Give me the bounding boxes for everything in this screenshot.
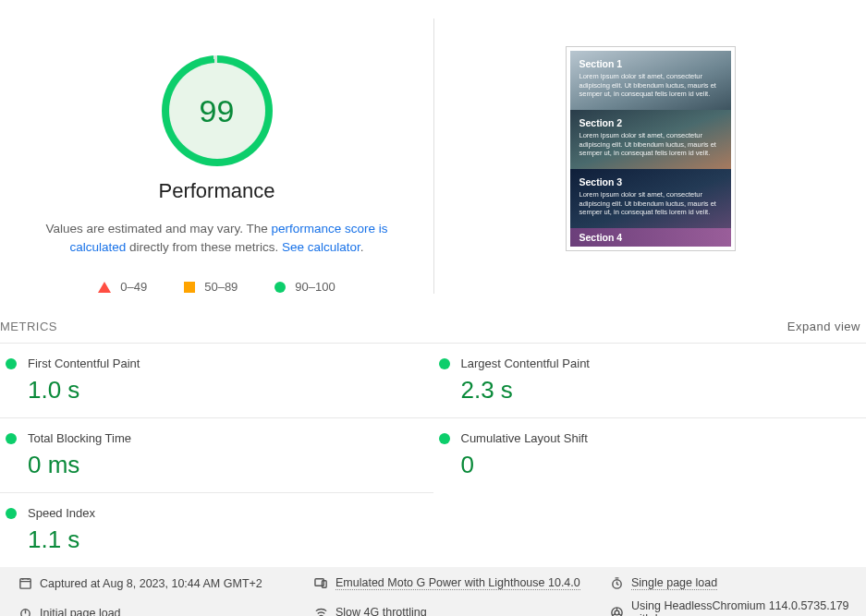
performance-gauge: 99 [162,55,273,166]
legend-pass: 90–100 [274,280,335,294]
metric-tbt[interactable]: Total Blocking Time 0 ms [0,417,433,492]
chrome-icon [610,606,624,616]
metric-label: Total Blocking Time [28,431,131,445]
performance-description: Values are estimated and may vary. The p… [0,220,433,256]
pass-icon [439,433,450,444]
metric-label: Cumulative Layout Shift [461,431,588,445]
metric-lcp[interactable]: Largest Contentful Paint 2.3 s [433,343,867,417]
pass-icon [6,433,17,444]
footer-captured: Captured at Aug 8, 2023, 10:44 AM GMT+2 [18,576,305,590]
pass-icon [439,358,450,369]
see-calculator-link[interactable]: See calculator [282,240,360,254]
metric-label: First Contentful Paint [28,356,140,370]
pass-icon [6,358,17,369]
footer-emulated[interactable]: Emulated Moto G Power with Lighthouse 10… [314,576,601,590]
calendar-icon [18,576,32,590]
footer-single-page[interactable]: Single page load [610,576,851,590]
legend-average: 50–89 [184,280,238,294]
square-icon [184,282,195,293]
metric-value: 1.1 s [6,525,433,554]
footer-browser[interactable]: Using HeadlessChromium 114.0.5735.179 wi… [610,599,851,616]
metric-value: 1.0 s [6,376,433,405]
metric-label: Speed Index [28,506,95,520]
metric-value: 2.3 s [439,376,867,405]
score-legend: 0–49 50–89 90–100 [98,280,335,294]
metric-value: 0 [439,451,867,479]
metric-fcp[interactable]: First Contentful Paint 1.0 s [0,343,433,417]
circle-icon [274,282,286,293]
metric-cls[interactable]: Cumulative Layout Shift 0 [433,417,867,492]
footer-throttling[interactable]: Slow 4G throttling [314,599,601,616]
legend-fail: 0–49 [98,280,147,294]
svg-rect-0 [20,579,30,588]
metric-value: 0 ms [6,451,433,479]
timer-icon [610,576,624,590]
performance-title: Performance [159,179,275,203]
network-icon [314,606,328,616]
triangle-icon [98,282,111,293]
page-screenshot: Section 1Lorem ipsum dolor sit amet, con… [566,46,736,251]
metric-si[interactable]: Speed Index 1.1 s [0,492,433,567]
footer-initial-load: Initial page load [18,599,305,616]
expand-view-button[interactable]: Expand view [787,320,860,333]
devices-icon [314,576,328,590]
metrics-heading: METRICS [0,320,57,333]
metric-label: Largest Contentful Paint [461,356,590,370]
stopwatch-icon [18,606,32,616]
pass-icon [6,508,17,519]
performance-score: 99 [162,55,273,166]
runtime-footer: Captured at Aug 8, 2023, 10:44 AM GMT+2 … [0,567,866,616]
